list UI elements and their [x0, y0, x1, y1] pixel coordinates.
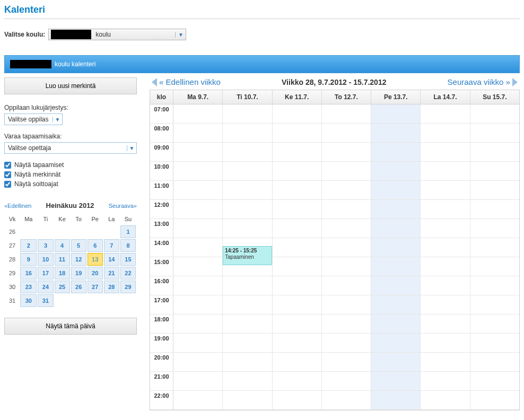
grid-cell[interactable]	[470, 143, 519, 161]
grid-cell[interactable]	[223, 162, 272, 180]
grid-cell[interactable]	[223, 391, 272, 409]
grid-cell[interactable]	[173, 257, 223, 276]
minical-day[interactable]: 20	[88, 267, 103, 279]
grid-cell[interactable]	[421, 391, 470, 409]
grid-cell[interactable]	[223, 124, 272, 142]
grid-cell[interactable]	[322, 238, 371, 257]
grid-cell[interactable]	[173, 219, 223, 238]
grid-cell[interactable]	[322, 314, 371, 333]
grid-cell[interactable]	[421, 314, 470, 333]
grid-cell[interactable]	[273, 276, 322, 295]
minical-next-link[interactable]: Seuraava»	[109, 203, 137, 209]
teacher-select[interactable]: Valitse opettaja ▼	[4, 142, 137, 154]
minical-day[interactable]: 2	[20, 239, 37, 252]
grid-cell[interactable]	[421, 200, 470, 218]
grid-cell[interactable]	[273, 162, 322, 180]
minical-day[interactable]: 17	[38, 267, 53, 279]
grid-cell[interactable]	[421, 162, 470, 180]
grid-cell[interactable]	[223, 257, 272, 276]
minical-day[interactable]: 12	[71, 253, 86, 266]
grid-cell[interactable]	[371, 334, 421, 352]
grid-cell[interactable]	[470, 353, 519, 371]
grid-cell[interactable]	[470, 276, 519, 295]
grid-cell[interactable]	[421, 219, 470, 238]
grid-cell[interactable]	[470, 372, 519, 390]
grid-cell[interactable]	[223, 372, 272, 390]
grid-cell[interactable]	[173, 143, 223, 161]
minical-day[interactable]: 15	[120, 253, 136, 266]
grid-cell[interactable]	[322, 334, 371, 352]
grid-cell[interactable]	[273, 334, 322, 352]
grid-cell[interactable]	[273, 181, 322, 199]
grid-cell[interactable]	[371, 257, 421, 276]
grid-cell[interactable]	[223, 295, 272, 314]
minical-day[interactable]: 18	[55, 267, 70, 279]
grid-cell[interactable]	[371, 353, 421, 371]
grid-cell[interactable]	[322, 124, 371, 142]
minical-day[interactable]: 31	[38, 294, 53, 307]
grid-cell[interactable]	[371, 124, 421, 142]
minical-day[interactable]: 6	[88, 239, 103, 252]
minical-day[interactable]: 1	[120, 225, 136, 238]
grid-cell[interactable]	[173, 314, 223, 333]
grid-cell[interactable]	[371, 104, 421, 123]
grid-cell[interactable]	[223, 181, 272, 199]
grid-cell[interactable]	[173, 295, 223, 314]
grid-cell[interactable]	[470, 238, 519, 257]
grid-cell[interactable]	[371, 162, 421, 180]
grid-cell[interactable]	[223, 104, 272, 123]
grid-cell[interactable]	[322, 104, 371, 123]
grid-cell[interactable]	[273, 372, 322, 390]
grid-cell[interactable]	[322, 219, 371, 238]
grid-cell[interactable]	[322, 181, 371, 199]
grid-cell[interactable]	[173, 391, 223, 409]
grid-cell[interactable]	[421, 334, 470, 352]
minical-day[interactable]: 10	[38, 253, 53, 266]
grid-cell[interactable]	[371, 143, 421, 161]
show-entries-checkbox[interactable]	[4, 171, 11, 178]
grid-cell[interactable]	[470, 295, 519, 314]
grid-cell[interactable]	[371, 181, 421, 199]
grid-cell[interactable]	[322, 162, 371, 180]
grid-cell[interactable]	[223, 353, 272, 371]
grid-cell[interactable]	[322, 391, 371, 409]
minical-day[interactable]: 24	[38, 281, 53, 293]
show-today-button[interactable]: Näytä tämä päivä	[4, 318, 137, 335]
grid-cell[interactable]	[421, 238, 470, 257]
grid-cell[interactable]	[273, 104, 322, 123]
grid-cell[interactable]	[273, 314, 322, 333]
minical-day[interactable]: 7	[104, 239, 119, 252]
student-select[interactable]: Valitse oppilas ▼	[4, 113, 63, 125]
grid-cell[interactable]	[470, 391, 519, 409]
grid-cell[interactable]	[173, 276, 223, 295]
grid-cell[interactable]	[322, 143, 371, 161]
grid-cell[interactable]	[173, 104, 223, 123]
grid-cell[interactable]	[421, 104, 470, 123]
grid-cell[interactable]	[322, 276, 371, 295]
grid-cell[interactable]	[322, 200, 371, 218]
minical-day[interactable]: 27	[88, 281, 103, 293]
grid-cell[interactable]	[173, 334, 223, 352]
grid-cell[interactable]	[173, 124, 223, 142]
grid-cell[interactable]	[173, 200, 223, 218]
grid-cell[interactable]	[223, 143, 272, 161]
grid-cell[interactable]	[470, 257, 519, 276]
grid-cell[interactable]	[421, 276, 470, 295]
minical-day[interactable]: 11	[55, 253, 70, 266]
minical-day[interactable]: 28	[104, 281, 119, 293]
grid-cell[interactable]	[470, 200, 519, 218]
grid-cell[interactable]	[421, 181, 470, 199]
grid-cell[interactable]	[322, 353, 371, 371]
minical-day[interactable]: 14	[104, 253, 119, 266]
grid-cell[interactable]	[371, 238, 421, 257]
grid-cell[interactable]	[470, 314, 519, 333]
prev-week-link[interactable]: « Edellinen viikko	[152, 77, 221, 86]
minical-day[interactable]: 19	[71, 267, 86, 279]
show-meetings-checkbox[interactable]	[4, 162, 11, 169]
grid-cell[interactable]	[273, 124, 322, 142]
next-week-link[interactable]: Seuraava viikko »	[448, 77, 518, 86]
grid-cell[interactable]	[371, 276, 421, 295]
minical-day[interactable]: 5	[71, 239, 86, 252]
minical-day[interactable]: 25	[55, 281, 70, 293]
minical-day[interactable]: 4	[55, 239, 70, 252]
